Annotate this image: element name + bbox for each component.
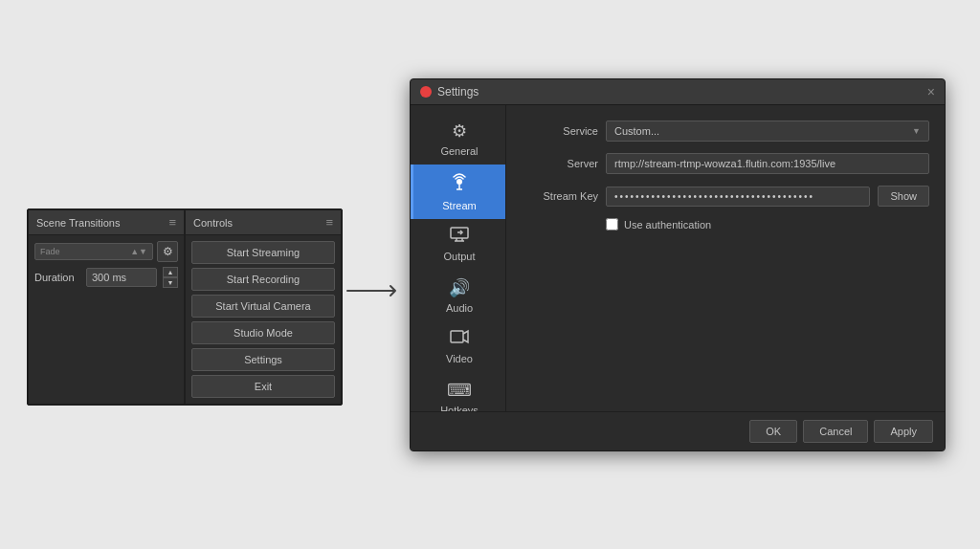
server-input[interactable] xyxy=(606,153,929,174)
controls-header: Controls ≡ xyxy=(186,210,341,235)
panel-row: Scene Transitions ≡ Fade ▲▼ ⚙ Duration 3… xyxy=(28,209,342,405)
show-stream-key-button[interactable]: Show xyxy=(878,186,929,207)
stream-icon xyxy=(450,172,469,196)
duration-up-button[interactable]: ▲ xyxy=(163,267,178,277)
sidebar-label-output: Output xyxy=(443,251,475,262)
sidebar-item-video[interactable]: Video xyxy=(411,321,505,372)
controls-title: Controls xyxy=(193,217,233,229)
sidebar-item-general[interactable]: ⚙ General xyxy=(411,113,505,165)
auth-checkbox-row: Use authentication xyxy=(606,218,929,231)
settings-body: ⚙ General Stream xyxy=(411,105,945,411)
settings-sidebar: ⚙ General Stream xyxy=(411,105,506,411)
service-label: Service xyxy=(522,125,598,137)
sidebar-label-general: General xyxy=(440,145,478,157)
server-label: Server xyxy=(522,158,598,169)
start-virtual-camera-button[interactable]: Start Virtual Camera xyxy=(191,295,335,318)
apply-button[interactable]: Apply xyxy=(874,420,933,443)
hotkeys-icon: ⌨ xyxy=(447,380,472,401)
controls-body: Start Streaming Start Recording Start Vi… xyxy=(186,235,341,404)
settings-content: Service Custom... ▼ Server Stream Key Sh… xyxy=(506,105,945,411)
settings-footer: OK Cancel Apply xyxy=(411,411,945,450)
stream-key-input[interactable] xyxy=(606,187,870,207)
obs-logo-icon xyxy=(420,86,432,98)
output-icon xyxy=(450,227,469,247)
controls-section: Controls ≡ Start Streaming Start Recordi… xyxy=(185,209,342,405)
start-recording-button[interactable]: Start Recording xyxy=(191,268,335,291)
service-select-arrow: ▼ xyxy=(912,126,921,136)
settings-titlebar: Settings × xyxy=(411,79,945,105)
scene-transitions-menu-icon[interactable]: ≡ xyxy=(168,215,176,230)
transition-value: Fade xyxy=(40,247,60,256)
sidebar-item-output[interactable]: Output xyxy=(411,219,505,270)
cancel-button[interactable]: Cancel xyxy=(803,420,868,443)
sidebar-item-audio[interactable]: 🔊 Audio xyxy=(411,270,505,321)
svg-point-0 xyxy=(457,179,462,185)
transition-settings-button[interactable]: ⚙ xyxy=(157,241,178,262)
ok-button[interactable]: OK xyxy=(749,420,797,443)
settings-button[interactable]: Settings xyxy=(191,348,335,371)
scene-transitions-body: Fade ▲▼ ⚙ Duration 300 ms ▲ ▼ xyxy=(29,235,184,294)
service-select[interactable]: Custom... ▼ xyxy=(606,121,929,142)
sidebar-label-video: Video xyxy=(446,353,473,364)
start-streaming-button[interactable]: Start Streaming xyxy=(191,241,335,264)
duration-label: Duration xyxy=(34,272,80,283)
obs-panel: Scene Transitions ≡ Fade ▲▼ ⚙ Duration 3… xyxy=(27,209,343,406)
duration-row: Duration 300 ms ▲ ▼ xyxy=(34,267,178,288)
service-value: Custom... xyxy=(614,125,659,137)
scene-transitions-header: Scene Transitions ≡ xyxy=(29,210,184,235)
general-icon: ⚙ xyxy=(452,121,467,142)
svg-rect-8 xyxy=(451,331,463,342)
studio-mode-button[interactable]: Studio Mode xyxy=(191,321,335,344)
scene-transitions-section: Scene Transitions ≡ Fade ▲▼ ⚙ Duration 3… xyxy=(28,209,185,405)
transition-select-row: Fade ▲▼ ⚙ xyxy=(34,241,178,262)
duration-down-button[interactable]: ▼ xyxy=(163,277,178,288)
duration-input[interactable]: 300 ms xyxy=(86,268,157,287)
sidebar-label-audio: Audio xyxy=(446,302,473,314)
settings-window: Settings × ⚙ General Stre xyxy=(410,78,946,451)
arrow-indicator xyxy=(343,276,410,305)
video-icon xyxy=(450,329,469,349)
audio-icon: 🔊 xyxy=(449,277,470,298)
settings-title-area: Settings xyxy=(420,85,479,99)
exit-button[interactable]: Exit xyxy=(191,375,335,398)
settings-close-button[interactable]: × xyxy=(927,85,935,99)
transition-select[interactable]: Fade ▲▼ xyxy=(34,243,153,260)
sidebar-label-hotkeys: Hotkeys xyxy=(440,405,479,411)
controls-menu-icon[interactable]: ≡ xyxy=(325,215,333,230)
stream-key-label: Stream Key xyxy=(522,190,598,202)
sidebar-item-stream[interactable]: Stream xyxy=(411,165,505,219)
scene-transitions-title: Scene Transitions xyxy=(36,217,120,229)
transition-arrow: ▲▼ xyxy=(130,247,147,256)
service-row: Service Custom... ▼ xyxy=(522,121,929,142)
duration-spinners: ▲ ▼ xyxy=(163,267,178,288)
sidebar-label-stream: Stream xyxy=(442,200,476,211)
settings-title-text: Settings xyxy=(437,85,479,99)
sidebar-item-hotkeys[interactable]: ⌨ Hotkeys xyxy=(411,372,505,411)
stream-key-row: Stream Key Show xyxy=(522,186,929,207)
use-auth-label: Use authentication xyxy=(624,219,711,231)
server-row: Server xyxy=(522,153,929,174)
use-auth-checkbox[interactable] xyxy=(606,218,618,231)
